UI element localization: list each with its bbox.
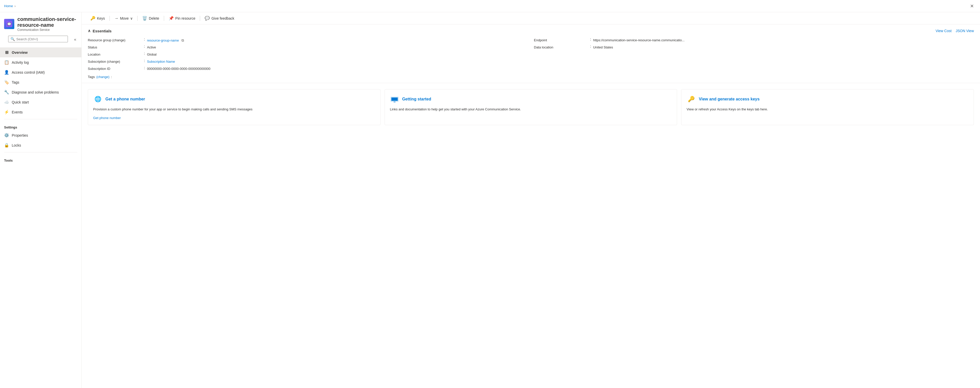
getting-started-card-icon (390, 95, 399, 104)
pin-icon: 📌 (169, 16, 174, 21)
feedback-icon: 💬 (205, 16, 210, 21)
subscription-id-row: Subscription ID : 00000000-0000-0000-000… (88, 66, 528, 73)
getting-started-card-title: Getting started (402, 97, 431, 101)
phone-number-card-header: 🌐 Get a phone number (93, 95, 375, 104)
essentials-grid: Resource group (change) : resource-group… (88, 37, 974, 73)
endpoint-row: Endpoint : https://communication-service… (534, 37, 974, 44)
sidebar-item-activity-log[interactable]: 📋 Activity log (0, 57, 81, 67)
resource-icon: 💬 (4, 19, 14, 29)
sidebar-item-diagnose[interactable]: 🔧 Diagnose and solve problems (0, 87, 81, 97)
resource-name: communication-service-resource-name (18, 16, 77, 28)
toolbar-sep-4 (200, 16, 200, 21)
copy-resource-group-button[interactable]: ⧉ (180, 38, 185, 43)
collapse-sidebar-button[interactable]: « (73, 36, 77, 43)
subscription-value: Subscription Name (147, 59, 175, 65)
pin-resource-button[interactable]: 📌 Pin resource (166, 14, 198, 22)
pin-label: Pin resource (175, 16, 196, 21)
tags-row: Tags (change) : (88, 75, 974, 79)
access-keys-card-desc: View or refresh your Access Keys on the … (687, 107, 969, 112)
keys-button[interactable]: 🔑 Keys (88, 14, 107, 22)
essentials-left-col: Resource group (change) : resource-group… (88, 37, 528, 73)
location-row: Location : Global (88, 52, 528, 59)
activity-log-icon: 📋 (4, 60, 9, 65)
subscription-row: Subscription (change) : Subscription Nam… (88, 59, 528, 66)
feedback-button[interactable]: 💬 Give feedback (202, 14, 237, 22)
status-row: Status : Active (88, 44, 528, 52)
main-layout: 💬 communication-service-resource-name Co… (0, 12, 980, 388)
sidebar-item-diagnose-label: Diagnose and solve problems (12, 90, 59, 94)
essentials-header: ∧ Essentials View Cost JSON View (88, 29, 974, 33)
svg-text:💬: 💬 (7, 22, 11, 26)
sidebar-item-quick-start[interactable]: ☁️ Quick start (0, 97, 81, 107)
getting-started-card: Getting started Links and documentation … (385, 89, 677, 125)
sidebar-item-access-control-label: Access control (IAM) (12, 70, 45, 74)
delete-button[interactable]: 🗑️ Delete (140, 14, 162, 22)
getting-started-card-header: Getting started (390, 95, 672, 104)
resource-subtitle: Communication Service (18, 28, 77, 32)
sidebar-nav: ⊞ Overview 📋 Activity log 👤 Access contr… (0, 48, 81, 388)
subscription-label: Subscription (change) (88, 59, 144, 65)
json-view-link[interactable]: JSON View (956, 29, 974, 33)
resource-group-label: Resource group (change) (88, 37, 144, 43)
data-location-label: Data location (534, 44, 590, 50)
subscription-id-label: Subscription ID (88, 66, 144, 72)
quick-start-icon: ☁️ (4, 100, 9, 105)
search-box[interactable]: 🔍 (8, 36, 68, 42)
sidebar-item-overview-label: Overview (12, 51, 27, 55)
status-label: Status (88, 44, 144, 50)
resource-group-row: Resource group (change) : resource-group… (88, 37, 528, 44)
search-icon: 🔍 (11, 37, 15, 41)
access-keys-card-icon: 🔑 (687, 95, 696, 104)
endpoint-value: https://communication-service-resource-n… (593, 37, 684, 43)
subscription-link[interactable]: Subscription Name (147, 60, 175, 63)
tools-section-label: Tools (0, 155, 81, 163)
tags-icon: 🏷️ (4, 80, 9, 85)
essentials-section: ∧ Essentials View Cost JSON View Resourc… (82, 24, 980, 83)
get-phone-number-link[interactable]: Get phone number (93, 116, 375, 120)
sidebar-header: 💬 communication-service-resource-name Co… (0, 12, 81, 34)
sidebar-item-events[interactable]: ⚡ Events (0, 107, 81, 117)
resource-group-link[interactable]: resource-group-name (147, 38, 179, 42)
sidebar-item-overview[interactable]: ⊞ Overview (0, 48, 81, 57)
essentials-toggle[interactable]: ∧ Essentials (88, 29, 111, 33)
sidebar-item-tags-label: Tags (12, 80, 19, 84)
breadcrumb: Home › (4, 4, 16, 8)
sidebar-item-properties[interactable]: ⚙️ Properties (0, 130, 81, 140)
access-control-icon: 👤 (4, 70, 9, 75)
data-location-value: United States (593, 44, 613, 50)
essentials-right-col: Endpoint : https://communication-service… (534, 37, 974, 73)
events-icon: ⚡ (4, 109, 9, 114)
toolbar-sep-2 (137, 16, 138, 21)
tags-label: Tags (88, 75, 95, 79)
cards-section: 🌐 Get a phone number Provision a custom … (82, 83, 980, 131)
search-input[interactable] (16, 37, 65, 41)
access-keys-card-header: 🔑 View and generate access keys (687, 95, 969, 104)
breadcrumb-home[interactable]: Home (4, 4, 13, 8)
overview-icon: ⊞ (4, 50, 9, 55)
access-keys-card-title: View and generate access keys (699, 97, 759, 101)
status-value: Active (147, 44, 156, 50)
move-button[interactable]: → Move ∨ (112, 14, 135, 22)
app-container: Home › ✕ 💬 (0, 0, 980, 388)
getting-started-card-desc: Links and documentation to help get you … (390, 107, 672, 112)
view-cost-link[interactable]: View Cost (935, 29, 952, 33)
close-button[interactable]: ✕ (968, 2, 976, 10)
essentials-collapse-icon: ∧ (88, 29, 91, 33)
move-chevron-icon: ∨ (130, 16, 133, 21)
locks-icon: 🔒 (4, 143, 9, 147)
properties-icon: ⚙️ (4, 133, 9, 138)
sidebar-item-properties-label: Properties (12, 133, 28, 138)
sidebar-item-activity-log-label: Activity log (12, 60, 29, 65)
tags-change-link[interactable]: (change) (96, 75, 109, 79)
sidebar-item-quick-start-label: Quick start (12, 100, 29, 104)
sidebar-title-wrap: communication-service-resource-name Comm… (18, 16, 77, 32)
tags-colon: : (111, 75, 112, 79)
sidebar-item-locks[interactable]: 🔒 Locks (0, 140, 81, 150)
delete-icon: 🗑️ (142, 16, 147, 21)
data-location-row: Data location : United States (534, 44, 974, 52)
sidebar-item-locks-label: Locks (12, 143, 21, 147)
settings-section-label: Settings (0, 121, 81, 130)
sidebar-item-tags[interactable]: 🏷️ Tags (0, 77, 81, 87)
sidebar-item-access-control[interactable]: 👤 Access control (IAM) (0, 67, 81, 77)
move-label: Move (120, 16, 129, 21)
